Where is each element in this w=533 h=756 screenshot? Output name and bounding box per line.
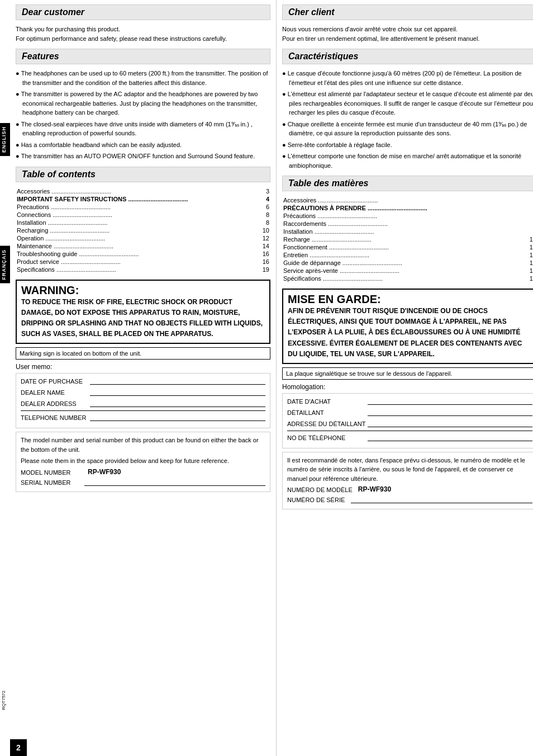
toc-entry-page: 16 [207, 251, 270, 257]
fr-memo-row-phone: NO DE TÉLÉPHONE [287, 433, 532, 441]
toc-fr-entry-page: 17 [473, 259, 533, 266]
memo-row-dealer: DEALER NAME [21, 388, 265, 397]
fr-model-number-label: NUMÉRO DE MODÈLE [287, 486, 353, 493]
toc-fr-entry-label: Fonctionnement .........................… [283, 244, 472, 251]
memo-label-purchase: DATE OF PURCHASE [21, 378, 88, 385]
toc-fr-entry-page: 17 [473, 267, 533, 274]
toc-fr-entry-page: 9 [473, 220, 533, 227]
warning-title: WARNING: [21, 284, 265, 297]
toc-header: Table of contents [16, 167, 270, 182]
fr-memo-row-date: DATE D'ACHAT [287, 397, 532, 405]
toc-entry-page: 3 [207, 188, 270, 195]
toc-fr-row: Entretien ..............................… [283, 252, 533, 258]
model-number-value: RP-WF930 [88, 468, 121, 476]
memo-label-phone: TELEPHONE NUMBER [21, 414, 88, 421]
toc-title: Table of contents [22, 169, 264, 179]
fr-serial-number-label: NUMÉRO DE SÉRIE [287, 497, 349, 503]
left-column: Dear customer Thank you for purchasing t… [10, 0, 277, 756]
toc-entry-label: Operation ..............................… [17, 235, 206, 242]
memo-row-purchase: DATE OF PURCHASE [21, 377, 265, 386]
toc-row: Operation ..............................… [17, 235, 269, 242]
homologation-section: Homologation: DATE D'ACHAT DÉTAILLANT AD… [282, 383, 533, 448]
user-memo-section: User memo: DATE OF PURCHASE DEALER NAME … [16, 363, 270, 428]
fr-memo-form: DATE D'ACHAT DÉTAILLANT ADRESSE DU DÉTAI… [282, 393, 533, 448]
fr-feature-item: L'émetteur comporte une fonction de mise… [282, 152, 533, 170]
homologation-title: Homologation: [282, 383, 533, 391]
caracteristiques-header: Caractéristiques [282, 49, 533, 64]
toc-fr-row: PRÉCAUTIONS À PRENDRE ..................… [283, 205, 533, 211]
fr-feature-item: Serre-tête confortable à réglage facile. [282, 140, 533, 150]
toc-entry-label: Connections ............................… [17, 211, 206, 218]
toc-entry-label: Accessories ............................… [17, 188, 206, 195]
fr-feature-item: L'émetteur est alimenté par l'adaptateur… [282, 89, 533, 117]
toc-fr-entry-label: PRÉCAUTIONS À PRENDRE ..................… [283, 205, 472, 211]
memo-label-dealer: DEALER NAME [21, 389, 88, 396]
intro-line-1: Thank you for purchasing this product. [16, 26, 120, 32]
fr-model-row: NUMÉRO DE MODÈLE RP-WF930 [287, 485, 532, 493]
fr-features-list: Le casque d'écoute fonctionne jusqu'à 60… [282, 69, 533, 170]
toc-entry-page: 8 [207, 211, 270, 218]
toc-fr-entry-label: Service après-vente ....................… [283, 267, 472, 274]
toc-entry-label: Specifications .........................… [17, 266, 206, 273]
toc-row: Connections ............................… [17, 211, 269, 218]
toc-table: Accessories ............................… [16, 187, 270, 274]
toc-entry-label: Product service ........................… [17, 258, 206, 265]
toc-fr-row: Raccordements ..........................… [283, 220, 533, 227]
fr-intro-line-1: Nous vous remercions d'avoir arrêté votr… [282, 26, 458, 32]
toc-fr-entry-label: Accessoires ............................… [283, 197, 472, 204]
fr-intro-line-2: Pour en tirer un rendement optimal, lire… [282, 35, 479, 42]
fr-memo-label-detaillant: DÉTAILLANT [287, 409, 365, 416]
page-number: 2 [10, 739, 27, 756]
fr-model-section: Il est recommandé de noter, dans l'espac… [282, 452, 533, 510]
toc-entry-page: 8 [207, 219, 270, 226]
toc-entry-label: IMPORTANT SAFETY INSTRUCTIONS ..........… [17, 196, 206, 202]
fr-memo-row-adresse: ADRESSE DU DÉTAILLANT [287, 419, 532, 427]
toc-entry-page: 10 [207, 227, 270, 234]
features-header: Features [16, 49, 270, 64]
toc-entry-label: Maintenance ............................… [17, 243, 206, 249]
memo-form: DATE OF PURCHASE DEALER NAME DEALER ADDR… [16, 373, 270, 428]
toc-fr-entry-label: Guide de dépannage .....................… [283, 259, 472, 266]
toc-fr-row: Fonctionnement .........................… [283, 244, 533, 251]
mise-en-garde-box: MISE EN GARDE: AFIN DE PRÉVENIR TOUT RIS… [282, 289, 533, 364]
toc-fr-row: Précautions ............................… [283, 212, 533, 219]
toc-entry-page: 6 [207, 204, 270, 210]
fr-memo-label-date: DATE D'ACHAT [287, 398, 365, 405]
fr-memo-label-adresse: ADRESSE DU DÉTAILLANT [287, 420, 365, 427]
feature-item: The headphones can be used up to 60 mete… [16, 69, 270, 87]
model-section: The model number and serial number of th… [16, 432, 270, 492]
rqt-label: RQT7572 [0, 689, 10, 711]
cher-client-intro: Nous vous remercions d'avoir arrêté votr… [282, 25, 533, 43]
toc-row: Specifications .........................… [17, 266, 269, 273]
dear-customer-header: Dear customer [16, 4, 270, 20]
toc-fr-table: Accessoires ............................… [282, 196, 533, 283]
toc-fr-row: Service après-vente ....................… [283, 267, 533, 274]
toc-fr-entry-page: 13 [473, 244, 533, 251]
toc-entry-page: 14 [207, 243, 270, 249]
toc-fr-entry-label: Raccordements ..........................… [283, 220, 472, 227]
feature-item: The transmitter has an AUTO POWER ON/OFF… [16, 152, 270, 161]
toc-fr-entry-label: Entretien ..............................… [283, 252, 472, 258]
dear-customer-title: Dear customer [22, 7, 264, 17]
toc-entry-page: 4 [207, 196, 270, 202]
fr-memo-label-phone: NO DE TÉLÉPHONE [287, 434, 365, 441]
toc-fr-row: Guide de dépannage .....................… [283, 259, 533, 266]
model-text-1: The model number and serial number of th… [21, 436, 265, 454]
toc-fr-entry-page: 9 [473, 228, 533, 235]
toc-fr-row: Accessoires ............................… [283, 197, 533, 204]
toc-fr-entry-label: Spécifications .........................… [283, 275, 472, 282]
toc-row: Installation ...........................… [17, 219, 269, 226]
toc-fr-entry-page: 11 [473, 236, 533, 243]
toc-entry-page: 19 [207, 266, 270, 273]
memo-row-address: DEALER ADDRESS [21, 399, 265, 408]
toc-fr-entry-label: Recharge ...............................… [283, 236, 472, 243]
user-memo-title: User memo: [16, 363, 270, 371]
memo-row-phone: TELEPHONE NUMBER [21, 413, 265, 422]
toc-entry-label: Recharging .............................… [17, 227, 206, 234]
warning-box: WARNING: TO REDUCE THE RISK OF FIRE, ELE… [16, 280, 270, 344]
model-row: MODEL NUMBER RP-WF930 [21, 468, 265, 476]
toc-row: Product service ........................… [17, 258, 269, 265]
toc-fr-entry-page: 15 [473, 252, 533, 258]
feature-item: Has a comfortable headband which can be … [16, 140, 270, 150]
fr-serial-row: NUMÉRO DE SÉRIE [287, 495, 532, 503]
